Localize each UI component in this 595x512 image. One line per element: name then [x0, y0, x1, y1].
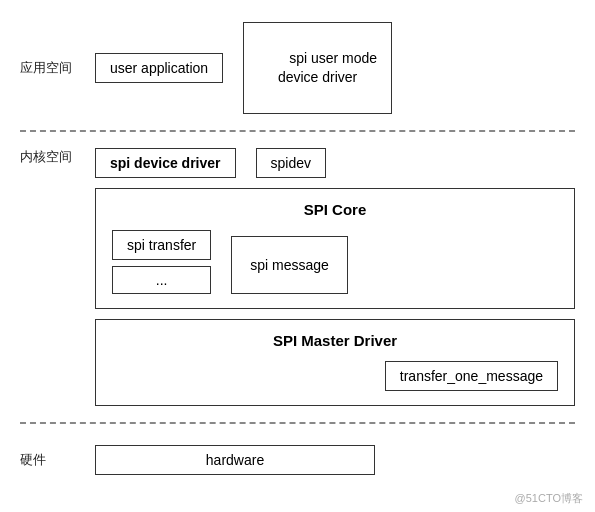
- spi-core-container: SPI Core spi transfer ... spi message: [95, 188, 575, 309]
- kernel-inner-content: spi device driver spidev SPI Core spi tr…: [95, 148, 575, 406]
- kernel-space-section: 内核空间 spi device driver spidev SPI Core s…: [20, 140, 575, 414]
- user-application-box: user application: [95, 53, 223, 83]
- top-dashed-divider: [20, 130, 575, 132]
- spi-user-mode-driver-box: spi user mode device driver: [243, 22, 392, 114]
- app-space-section: 应用空间 user application spi user mode devi…: [20, 10, 575, 122]
- watermark: @51CTO博客: [515, 491, 583, 506]
- spi-device-driver-box: spi device driver: [95, 148, 236, 178]
- bottom-dashed-divider: [20, 422, 575, 424]
- spi-transfer-box: spi transfer: [112, 230, 211, 260]
- spi-master-container: SPI Master Driver transfer_one_message: [95, 319, 575, 406]
- hardware-section: 硬件 hardware: [20, 432, 575, 487]
- transfer-one-message-box: transfer_one_message: [385, 361, 558, 391]
- transfer-one-row: transfer_one_message: [112, 361, 558, 391]
- kernel-space-label: 内核空间: [20, 148, 95, 166]
- hardware-label: 硬件: [20, 451, 95, 469]
- spi-core-title: SPI Core: [112, 201, 558, 218]
- spi-master-title: SPI Master Driver: [112, 332, 558, 349]
- spi-core-content: spi transfer ... spi message: [112, 230, 558, 294]
- hardware-box: hardware: [95, 445, 375, 475]
- kernel-top-row: spi device driver spidev: [95, 148, 575, 178]
- app-space-label: 应用空间: [20, 59, 95, 77]
- ellipsis-box: ...: [112, 266, 211, 294]
- app-space-content: user application spi user mode device dr…: [95, 22, 575, 114]
- hardware-content: hardware: [95, 445, 575, 475]
- diagram: 应用空间 user application spi user mode devi…: [0, 0, 595, 512]
- spi-transfer-col: spi transfer ...: [112, 230, 211, 294]
- spidev-box: spidev: [256, 148, 326, 178]
- spi-message-box: spi message: [231, 236, 348, 294]
